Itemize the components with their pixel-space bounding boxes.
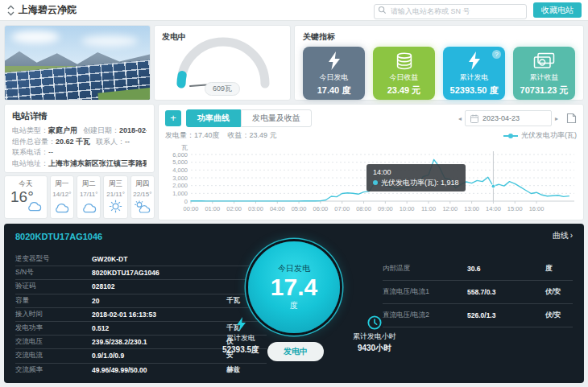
chart-header: + 功率曲线发电量及收益 ◂ 2023-04-23 ▸: [165, 109, 577, 127]
next-day-arrow[interactable]: ▸: [552, 115, 561, 122]
page-title: 上海碧云净院: [19, 3, 77, 17]
tooltip-value: 光伏发电功率(瓦): 1,918: [381, 179, 459, 187]
date-picker[interactable]: 2023-04-23: [465, 110, 552, 126]
weather-temp: 21/11°: [106, 191, 125, 198]
photo-cloud: [81, 35, 138, 47]
legend-label: 光伏发电功率(瓦): [521, 130, 577, 141]
inverter-left-table: 逆变器型号GW20K-DTS/N号8020KDTU17AG1046验证码0281…: [15, 253, 267, 377]
chart-legend[interactable]: 光伏发电功率(瓦): [503, 130, 577, 141]
svg-text:10:00: 10:00: [400, 205, 415, 212]
kpi-label: 今日收益: [390, 72, 419, 83]
sunny-icon: [109, 200, 122, 216]
cell-value: 20: [92, 297, 226, 305]
weather-temp: 17/11°: [80, 191, 98, 198]
kpi-label: 累计收益: [530, 72, 559, 83]
help-badge-icon[interactable]: ?: [492, 50, 501, 59]
svg-text:3,000: 3,000: [172, 175, 188, 182]
cell-unit: 伏/安: [545, 311, 573, 320]
add-curve-button[interactable]: +: [165, 110, 181, 126]
details-row: 组件总容量：20.62 千瓦联系人：--: [12, 137, 147, 148]
cell-unit: 度: [545, 264, 573, 274]
inverter-spec-row: S/N号8020KDTU17AG1046: [15, 266, 267, 280]
cell-label: 交流电流: [15, 351, 92, 360]
cell-label: 交流电压: [15, 337, 92, 347]
sort-chevrons-icon[interactable]: [6, 5, 15, 16]
svg-text:12:00: 12:00: [442, 205, 458, 212]
kpi-title: 关键指标: [303, 31, 575, 43]
details-row: 电站类型：家庭户用创建日期：2018-02-01: [12, 126, 147, 137]
cloudy-icon: [81, 202, 97, 216]
dashboard: 上海碧云净院 收藏电站 发电中 609瓦 关键指标 今日发电: [0, 0, 588, 387]
chart-card: + 功率曲线发电量及收益 ◂ 2023-04-23 ▸: [158, 104, 584, 220]
tooltip-time: 14:00: [373, 167, 459, 178]
chart-body: 瓦01,0002,0003,0004,0005,0006,00000:0001:…: [165, 143, 577, 223]
inverter-spec-row: 交流频率49.96/49.99/50.00赫兹: [15, 364, 267, 377]
field-value: 家庭户用: [48, 126, 77, 134]
kpi-card-2: 今日收益23.49 元: [373, 47, 435, 100]
svg-text:1,000: 1,000: [172, 190, 188, 197]
svg-text:14:00: 14:00: [486, 205, 501, 212]
kpi-value: 52393.50 度: [450, 84, 499, 97]
cell-label: 逆变器型号: [15, 254, 92, 264]
favorite-station-button[interactable]: 收藏电站: [533, 2, 582, 18]
inverter-panel: 8020KDTU17AG1046 曲线› 逆变器型号GW20K-DTS/N号80…: [4, 224, 584, 383]
tab-power-curve[interactable]: 功率曲线: [186, 109, 241, 127]
inverter-right-table: 内部温度30.6度直流电压/电流1558.7/0.3伏/安直流电压/电流2526…: [383, 257, 573, 327]
svg-text:5,000: 5,000: [172, 159, 188, 166]
search-input[interactable]: [374, 4, 527, 19]
svg-text:09:00: 09:00: [378, 205, 393, 212]
field-label: 组件总容量：: [12, 138, 56, 146]
date-value: 2023-04-23: [482, 114, 520, 122]
field-label: 联系人：: [96, 138, 125, 146]
chart-tabs: 功率曲线发电量及收益: [186, 109, 312, 127]
inverter-measure-row: 直流电压/电流1558.7/0.3伏/安: [383, 281, 573, 304]
weather-card: 今天16°: [4, 175, 48, 219]
tab-energy-income[interactable]: 发电量及收益: [241, 109, 312, 127]
legend-line-icon: [503, 135, 518, 137]
weather-day: 周四: [133, 179, 152, 189]
cell-unit: 伏/安: [545, 287, 573, 297]
station-photo: [4, 25, 151, 101]
kpi-value: 23.49 元: [387, 84, 421, 97]
field-value: 2018-02-01: [119, 126, 147, 134]
svg-text:13:00: 13:00: [464, 205, 479, 212]
field-label: 电站地址：: [12, 159, 48, 167]
svg-text:04:00: 04:00: [270, 205, 285, 212]
weather-temp: 22/15°: [133, 191, 151, 198]
inverter-spec-row: 逆变器型号GW20K-DT: [15, 253, 267, 266]
chart-tooltip: 14:00 光伏发电功率(瓦): 1,918: [366, 164, 466, 191]
export-icon[interactable]: [566, 113, 577, 124]
field-label: 联系电话：: [12, 148, 48, 156]
calendar-icon: [470, 114, 478, 123]
photo-cloud: [11, 31, 60, 43]
cell-value: GW20K-DT: [92, 255, 226, 263]
details-title: 电站详情: [12, 110, 147, 122]
cloudy-icon: [53, 202, 70, 216]
details-row: 电站地址：上海市浦东新区张江镇三李路碧云净院: [12, 159, 147, 170]
cloudy-icon: [26, 200, 43, 215]
field-label: 创建日期：: [83, 126, 119, 134]
cell-label: S/N号: [15, 268, 92, 278]
cell-value: 526.0/1.3: [467, 311, 545, 319]
kpi-value: 70731.23 元: [520, 84, 569, 97]
kpi-card-4: 累计收益70731.23 元: [513, 47, 575, 100]
generating-status-button[interactable]: 发电中: [267, 342, 324, 361]
partly-icon: [134, 200, 151, 216]
kpi-cards: 今日发电17.40 度今日收益23.49 元?累计发电52393.50 度累计收…: [303, 47, 575, 100]
gauge-unit: 度: [290, 300, 298, 311]
cell-label: 直流电压/电流2: [383, 311, 467, 320]
svg-text:08:00: 08:00: [356, 205, 371, 212]
power-gauge-card: 发电中 609瓦: [154, 25, 291, 101]
curve-link[interactable]: 曲线›: [553, 230, 573, 241]
kpi-value: 17.40 度: [317, 84, 351, 97]
cell-label: 验证码: [15, 282, 92, 291]
svg-text:01:00: 01:00: [205, 205, 220, 212]
chevron-right-icon: ›: [570, 231, 573, 240]
prev-day-arrow[interactable]: ◂: [455, 115, 465, 122]
energy-summary: 发电量：17.40度: [165, 130, 220, 141]
svg-text:03:00: 03:00: [248, 205, 263, 212]
series-dot-icon: [373, 180, 378, 185]
weather-card: 周三21/11°: [103, 175, 127, 219]
search-box: [374, 2, 527, 18]
chart-summary: 发电量：17.40度 收益：23.49 元 光伏发电功率(瓦): [165, 130, 577, 142]
